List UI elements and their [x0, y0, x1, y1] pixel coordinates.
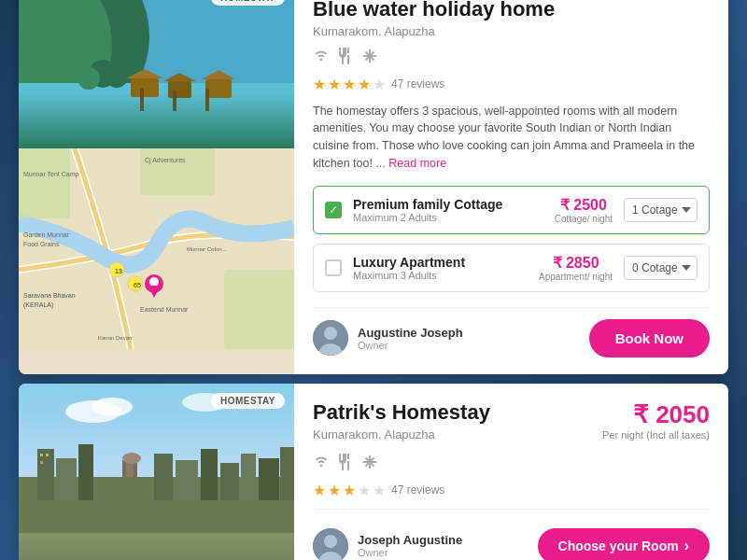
read-more-link[interactable]: Read more [388, 157, 446, 170]
card2-reviews: 47 reviews [391, 483, 444, 497]
card1-amenities [313, 48, 710, 68]
svg-text:Munnar Tent Camp: Munnar Tent Camp [23, 171, 79, 178]
card2-stars: ★ ★ ★ ★ ★ [313, 482, 386, 499]
svg-rect-62 [46, 454, 49, 456]
card2-price-block: ₹ 2050 Per night (Incl all taxes) [602, 400, 710, 441]
card-2: HOMESTAY Patrik's Homestay Kumarakom, Al… [19, 384, 728, 561]
room1-info: Premium family Cottage Maximum 2 Adults [353, 197, 543, 223]
card2-rating-row: ★ ★ ★ ★ ★ 47 reviews [313, 482, 710, 499]
card1-badge: HOMESTAY [211, 0, 285, 6]
star2-1: ★ [313, 482, 326, 499]
star2-4: ★ [358, 482, 371, 499]
svg-point-49 [122, 453, 141, 464]
svg-rect-3 [19, 83, 294, 148]
card2-host-name: Joseph Augustine [358, 533, 462, 547]
card2-price-label: Per night (Incl all taxes) [602, 429, 710, 441]
star2-5: ★ [373, 482, 386, 499]
svg-point-66 [324, 535, 337, 548]
svg-rect-18 [140, 148, 215, 195]
room2-name: Luxury Apartment [353, 255, 528, 270]
card1-host-role: Owner [358, 340, 463, 351]
card2-host: Joseph Augustine Owner [313, 528, 462, 561]
room2-quantity-select[interactable]: 0 Cotage 1 Cotage 2 Cotage [624, 256, 698, 280]
svg-rect-8 [205, 79, 232, 98]
svg-point-42 [92, 398, 133, 416]
card1-rating-row: ★ ★ ★ ★ ★ 47 reviews [313, 76, 710, 93]
svg-text:(KERALA): (KERALA) [23, 301, 53, 309]
book-now-button[interactable]: Book Now [589, 319, 710, 357]
card1-stars: ★ ★ ★ ★ ★ [313, 76, 386, 93]
room-option-1[interactable]: ✓ Premium family Cottage Maximum 2 Adult… [313, 186, 710, 234]
card1-host-avatar [313, 320, 348, 356]
card2-title-block: Patrik's Homestay Kumarakom, Alapuzha [313, 400, 490, 451]
room1-checkbox[interactable]: ✓ [325, 202, 342, 218]
svg-text:13: 13 [115, 268, 122, 274]
svg-rect-56 [201, 449, 218, 500]
card1-map: Munnar Tent Camp Cj Adventures Garden Mu… [19, 148, 294, 374]
svg-rect-58 [241, 454, 256, 500]
card2-location: Kumarakom, Alapuzha [313, 427, 490, 441]
svg-text:Munnar Colon...: Munnar Colon... [187, 246, 227, 252]
card1-content: Blue water holiday home Kumarakom, Alapu… [294, 0, 728, 374]
svg-text:65: 65 [134, 282, 141, 288]
room2-unit: Appartment/ night [539, 272, 613, 282]
svg-rect-61 [40, 454, 43, 456]
card1-description: The homestay offers 3 spacious, well-app… [313, 103, 710, 173]
card2-image-panel: HOMESTAY [19, 384, 294, 561]
svg-rect-51 [37, 449, 54, 500]
svg-rect-4 [131, 78, 159, 97]
restaurant-icon [339, 48, 352, 68]
room1-price: ₹ 2500 [560, 197, 607, 213]
card1-title: Blue water holiday home [313, 0, 710, 21]
card2-host-role: Owner [358, 547, 462, 558]
svg-rect-55 [176, 460, 198, 500]
card1-image-panel: HOMESTAY [19, 0, 294, 374]
choose-room-button[interactable]: Choose your Room › [538, 528, 710, 561]
card2-host-avatar [313, 528, 348, 561]
room1-capacity: Maximum 2 Adults [353, 212, 543, 223]
card2-header: Patrik's Homestay Kumarakom, Alapuzha ₹ … [313, 400, 710, 451]
card1-host-text: Augustine Joseph Owner [358, 326, 463, 351]
star-4: ★ [358, 76, 371, 93]
svg-rect-19 [224, 270, 294, 349]
room1-price-block: ₹ 2500 Cottage/ night [555, 196, 613, 224]
card1-location: Kumarakom, Alapuzha [313, 24, 710, 38]
ac-icon-2 [361, 454, 378, 474]
svg-rect-52 [56, 458, 77, 500]
card2-host-text: Joseph Augustine Owner [358, 533, 462, 558]
card2-price: ₹ 2050 [633, 400, 710, 429]
room2-price: ₹ 2850 [553, 255, 599, 271]
card1-photo: HOMESTAY [19, 0, 294, 148]
star-5: ★ [373, 76, 386, 93]
card1-footer: Augustine Joseph Owner Book Now [313, 307, 710, 357]
room2-price-block: ₹ 2850 Appartment/ night [539, 254, 613, 282]
svg-rect-17 [19, 148, 70, 218]
card1-reviews: 47 reviews [391, 77, 444, 91]
svg-text:Garden Munnar: Garden Munnar [23, 231, 70, 238]
svg-point-2 [19, 0, 112, 120]
svg-rect-6 [168, 81, 191, 98]
cards-container: HOMESTAY [19, 0, 728, 560]
room1-quantity-select[interactable]: 1 Cotage 2 Cotage 3 Cotage [624, 198, 698, 222]
room-option-2[interactable]: Luxury Apartment Maximum 3 Adults ₹ 2850… [313, 244, 710, 292]
star2-2: ★ [328, 482, 341, 499]
card2-amenities [313, 454, 710, 474]
card1-room-options: ✓ Premium family Cottage Maximum 2 Adult… [313, 186, 710, 292]
room2-info: Luxury Apartment Maximum 3 Adults [353, 255, 528, 281]
svg-point-11 [78, 67, 100, 90]
svg-rect-63 [40, 461, 43, 464]
star2-3: ★ [343, 482, 356, 499]
star-3: ★ [343, 76, 356, 93]
card1-host-name: Augustine Joseph [358, 326, 463, 340]
card2-title: Patrik's Homestay [313, 400, 490, 425]
wifi-icon [313, 48, 330, 68]
svg-point-38 [324, 327, 337, 340]
svg-text:Food Grains: Food Grains [23, 241, 60, 247]
card2-city-photo: HOMESTAY [19, 384, 294, 561]
svg-rect-54 [154, 454, 173, 500]
svg-text:Cj Adventures: Cj Adventures [145, 157, 186, 164]
room2-checkbox[interactable] [325, 259, 342, 276]
card1-host: Augustine Joseph Owner [313, 320, 463, 356]
restaurant-icon-2 [339, 454, 352, 474]
room1-unit: Cottage/ night [555, 214, 613, 224]
